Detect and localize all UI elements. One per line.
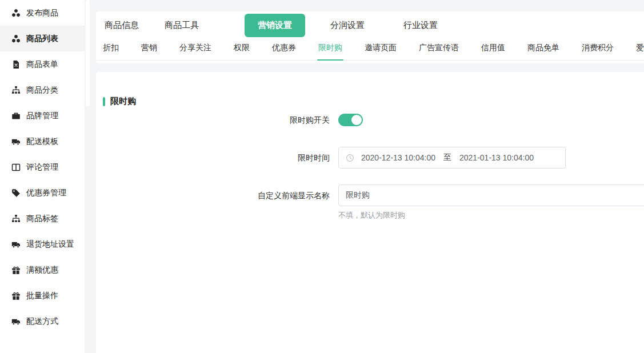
sidebar-item-label: 批量操作 bbox=[26, 291, 58, 301]
section-header: 限时购 bbox=[103, 96, 644, 107]
cubes-icon bbox=[11, 34, 21, 43]
sidebar-menu: 发布商品商品列表商品表单商品分类品牌管理配送模板评论管理优惠券管理商品标签退货地… bbox=[0, 0, 85, 334]
sidebar-item-label: 品牌管理 bbox=[26, 111, 58, 121]
sidebar-item-label: 商品列表 bbox=[26, 34, 58, 44]
sidebar-item[interactable]: 优惠券管理 bbox=[0, 180, 85, 206]
subtab[interactable]: 折扣 bbox=[103, 43, 119, 53]
sidebar-item[interactable]: 商品表单 bbox=[0, 51, 85, 77]
sidebar-item[interactable]: 发布商品 bbox=[0, 0, 85, 26]
truck-icon bbox=[11, 137, 21, 146]
cubes-icon bbox=[11, 9, 21, 18]
sidebar-item-label: 商品分类 bbox=[26, 85, 58, 95]
sidebar-item[interactable]: 配送模板 bbox=[0, 129, 85, 154]
sidebar-item[interactable]: 商品标签 bbox=[0, 206, 85, 231]
sidebar-item-label: 退货地址设置 bbox=[26, 239, 74, 250]
truck-icon bbox=[11, 317, 21, 326]
tag-icon bbox=[11, 188, 21, 198]
sidebar-item-label: 配送方式 bbox=[26, 316, 58, 327]
columns-icon bbox=[11, 163, 21, 172]
sidebar-item[interactable]: 退货地址设置 bbox=[0, 231, 85, 257]
time-end-value: 2021-01-13 10:04:00 bbox=[459, 153, 534, 162]
sidebar-item[interactable]: 品牌管理 bbox=[0, 103, 85, 129]
truck-icon bbox=[11, 240, 21, 249]
subtab[interactable]: 邀请页面 bbox=[365, 43, 397, 53]
sidebar-item-label: 发布商品 bbox=[26, 8, 58, 18]
section-title: 限时购 bbox=[110, 96, 136, 107]
app-sidebar: 发布商品商品列表商品表单商品分类品牌管理配送模板评论管理优惠券管理商品标签退货地… bbox=[0, 0, 85, 353]
content-card: 限时购 限时购开关 限时时间 2020-12-13 10:04:00 至 202… bbox=[96, 72, 644, 353]
time-range-input[interactable]: 2020-12-13 10:04:00 至 2021-01-13 10:04:0… bbox=[338, 147, 566, 169]
sidebar-item[interactable]: 满额优惠 bbox=[0, 257, 85, 283]
gift-icon bbox=[11, 266, 21, 275]
flash-sale-switch-row: 限时购开关 bbox=[103, 114, 644, 126]
tab[interactable]: 营销设置 bbox=[245, 14, 305, 37]
subtab[interactable]: 权限 bbox=[234, 43, 250, 53]
subtabs-row: 折扣营销分享关注权限优惠券限时购邀请页面广告宣传语信用值商品免单消费积分爱 bbox=[96, 39, 644, 61]
custom-name-help: 不填，默认为限时购 bbox=[338, 210, 644, 220]
tab[interactable]: 行业设置 bbox=[403, 20, 438, 31]
subtab[interactable]: 信用值 bbox=[481, 43, 505, 53]
sidebar-item[interactable]: 评论管理 bbox=[0, 154, 85, 180]
sidebar-item[interactable]: 批量操作 bbox=[0, 283, 85, 308]
sidebar-item-label: 优惠券管理 bbox=[26, 188, 66, 198]
tab[interactable]: 商品信息 bbox=[105, 20, 139, 31]
switch-label: 限时购开关 bbox=[103, 114, 338, 126]
custom-name-label: 自定义前端显示名称 bbox=[103, 184, 338, 206]
sidebar-item-label: 满额优惠 bbox=[26, 265, 58, 275]
sidebar-item-label: 配送模板 bbox=[26, 137, 58, 147]
tabs-row: 商品信息商品工具营销设置分润设置行业设置 bbox=[96, 11, 644, 39]
sidebar-item[interactable]: 商品分类 bbox=[0, 77, 85, 103]
time-label: 限时时间 bbox=[103, 147, 338, 169]
tabs-card: 商品信息商品工具营销设置分润设置行业设置 折扣营销分享关注权限优惠券限时购邀请页… bbox=[96, 11, 644, 63]
file-excel-icon bbox=[11, 60, 21, 69]
subtab[interactable]: 限时购 bbox=[318, 43, 342, 53]
sidebar-item-label: 评论管理 bbox=[26, 162, 58, 173]
section-accent-bar bbox=[103, 97, 105, 106]
clock-icon bbox=[346, 154, 354, 162]
tab[interactable]: 分润设置 bbox=[330, 20, 365, 31]
custom-name-row: 自定义前端显示名称 不填，默认为限时购 bbox=[103, 184, 644, 220]
briefcase-icon bbox=[11, 111, 21, 121]
subtab[interactable]: 爱 bbox=[636, 43, 644, 53]
time-range-row: 限时时间 2020-12-13 10:04:00 至 2021-01-13 10… bbox=[103, 147, 644, 169]
flash-sale-toggle[interactable] bbox=[338, 114, 363, 126]
custom-name-field-wrap: 不填，默认为限时购 bbox=[338, 184, 644, 220]
subtab[interactable]: 分享关注 bbox=[179, 43, 211, 53]
subtab[interactable]: 优惠券 bbox=[272, 43, 296, 53]
sitemap-icon bbox=[11, 86, 21, 95]
sidebar-item[interactable]: 商品列表 bbox=[0, 26, 85, 51]
sidebar-item-label: 商品标签 bbox=[26, 214, 58, 224]
sidebar-scrollbar[interactable] bbox=[86, 0, 90, 106]
time-separator: 至 bbox=[443, 153, 451, 163]
subtab[interactable]: 商品免单 bbox=[527, 43, 559, 53]
main-area: 商品信息商品工具营销设置分润设置行业设置 折扣营销分享关注权限优惠券限时购邀请页… bbox=[96, 0, 644, 353]
sitemap-icon bbox=[11, 214, 21, 223]
tab[interactable]: 商品工具 bbox=[165, 20, 199, 31]
sidebar-item[interactable]: 配送方式 bbox=[0, 308, 85, 334]
custom-name-input[interactable] bbox=[338, 184, 644, 206]
subtab[interactable]: 消费积分 bbox=[582, 43, 614, 53]
subtab[interactable]: 营销 bbox=[141, 43, 157, 53]
subtab[interactable]: 广告宣传语 bbox=[419, 43, 459, 53]
gift-icon bbox=[11, 291, 21, 300]
toggle-knob bbox=[351, 115, 362, 125]
time-start-value: 2020-12-13 10:04:00 bbox=[361, 153, 435, 162]
sidebar-item-label: 商品表单 bbox=[26, 59, 58, 70]
